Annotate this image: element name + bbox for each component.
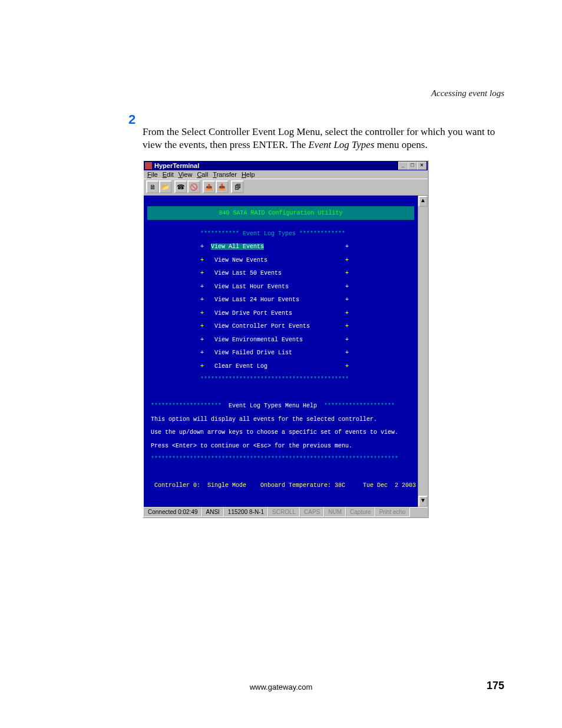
scroll-down-icon[interactable]: ▼ — [418, 496, 428, 507]
menu-item-5[interactable]: + View Drive Port Events + — [144, 310, 418, 317]
terminal-screen[interactable]: 840 SATA RAID Configuration Utility ****… — [144, 196, 418, 507]
new-file-icon[interactable]: 🗎 — [146, 180, 159, 193]
title-bar[interactable]: HyperTerminal _ □ × — [144, 161, 428, 170]
menu-item-4[interactable]: + View Last 24 Hour Events + — [144, 297, 418, 303]
menu-item-6[interactable]: + View Controller Port Events + — [144, 323, 418, 330]
page-number: 175 — [487, 680, 504, 692]
help-rule-bottom: ****************************************… — [144, 456, 418, 462]
status-connected: Connected 0:02:49 — [144, 508, 202, 517]
menu-edit[interactable]: Edit — [163, 171, 174, 178]
status-caps: CAPS — [300, 508, 324, 517]
menu-item-1[interactable]: + View New Events + — [144, 257, 418, 263]
menu-item-7[interactable]: + View Environmental Events + — [144, 337, 418, 343]
spacer2 — [144, 469, 418, 476]
terminal-wrap: 840 SATA RAID Configuration Utility ****… — [144, 196, 428, 507]
menu-transfer[interactable]: Transfer — [213, 171, 237, 178]
toolbar: 🗎 📂 ☎ 🚫 📤 📥 🗐 — [144, 179, 428, 196]
menu-header: *********** Event Log Types ************… — [144, 230, 418, 237]
step-text-c: menu opens. — [375, 139, 428, 150]
status-capture: Capture — [346, 508, 375, 517]
step-text-b: . The — [286, 139, 309, 150]
menu-call[interactable]: Call — [197, 171, 208, 178]
status-scroll: SCROLL — [268, 508, 300, 517]
step-block: 2 From the Select Controller Event Log M… — [143, 116, 506, 162]
status-emulation: ANSI — [202, 508, 224, 517]
menu-footer: ****************************************… — [144, 376, 418, 383]
terminal-scrollbar[interactable]: ▲ ▼ — [418, 196, 428, 507]
menu-item-9[interactable]: + Clear Event Log + — [144, 363, 418, 370]
open-file-icon[interactable]: 📂 — [159, 180, 172, 193]
app-icon — [145, 162, 152, 169]
disconnect-icon[interactable]: 🚫 — [187, 180, 200, 193]
terminal-status-line: Controller 0: Single Mode Onboard Temper… — [144, 482, 418, 489]
close-button[interactable]: × — [417, 162, 427, 170]
help-header: ******************** Event Log Types Men… — [144, 403, 418, 409]
help-line-2: Use the up/down arrow keys to choose a s… — [144, 429, 418, 436]
terminal-banner: 840 SATA RAID Configuration Utility — [147, 206, 414, 220]
window-buttons: _ □ × — [398, 162, 427, 170]
menu-file[interactable]: File — [147, 171, 158, 178]
menu-item-2[interactable]: + View Last 50 Events + — [144, 270, 418, 276]
step-number: 2 — [128, 112, 135, 127]
status-bar: Connected 0:02:49 ANSI 115200 8-N-1 SCRO… — [144, 507, 428, 517]
status-echo: Print echo — [375, 508, 410, 517]
step-text: From the Select Controller Event Log Men… — [143, 126, 506, 151]
window-title: HyperTerminal — [154, 162, 199, 169]
menu-bar: File Edit View Call Transfer Help — [144, 170, 428, 179]
send-icon[interactable]: 📤 — [203, 180, 216, 193]
minimize-button[interactable]: _ — [398, 162, 408, 170]
spacer — [144, 390, 418, 396]
menu-item-3[interactable]: + View Last Hour Events + — [144, 284, 418, 290]
status-rate: 115200 8-N-1 — [224, 508, 268, 517]
footer-url: www.gateway.com — [0, 683, 562, 691]
running-header: Accessing event logs — [431, 88, 504, 98]
page: Accessing event logs 2 From the Select C… — [0, 0, 562, 728]
menu-help[interactable]: Help — [242, 171, 255, 178]
scroll-up-icon[interactable]: ▲ — [418, 196, 428, 207]
help-line-3: Press <Enter> to continue or <Esc> for t… — [144, 443, 418, 449]
menu-name: Event Log Types — [308, 139, 374, 150]
menu-item-0[interactable]: + View All Events + — [144, 243, 418, 250]
help-line-1: This option will display all events for … — [144, 416, 418, 423]
status-num: NUM — [324, 508, 346, 517]
hyperterminal-window: HyperTerminal _ □ × File Edit View Call … — [143, 160, 429, 518]
properties-icon[interactable]: 🗐 — [231, 180, 244, 193]
enter-key: ENTER — [253, 139, 286, 150]
maximize-button[interactable]: □ — [408, 162, 417, 170]
receive-icon[interactable]: 📥 — [216, 180, 229, 193]
connect-icon[interactable]: ☎ — [174, 180, 187, 193]
menu-view[interactable]: View — [178, 171, 193, 178]
menu-item-8[interactable]: + View Failed Drive List + — [144, 350, 418, 356]
